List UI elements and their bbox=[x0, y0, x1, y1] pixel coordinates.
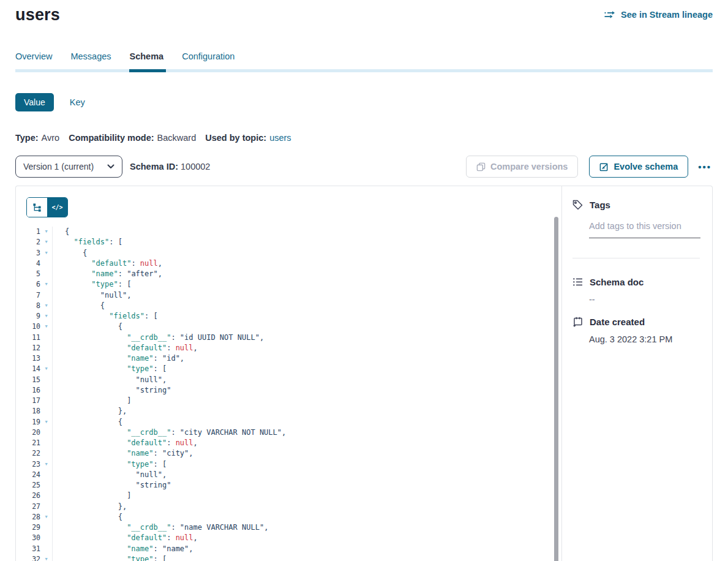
fold-toggle-icon[interactable]: ▼ bbox=[40, 512, 52, 522]
tab-schema[interactable]: Schema bbox=[130, 51, 164, 61]
line-number: 27 bbox=[16, 502, 40, 512]
code-text: "type": [ bbox=[52, 459, 552, 470]
fold-gutter bbox=[40, 480, 52, 491]
code-text: "__crdb__": "name VARCHAR NULL", bbox=[52, 522, 552, 533]
code-text: "name": "id", bbox=[52, 353, 552, 364]
code-line: 11"__crdb__": "id UUID NOT NULL", bbox=[16, 333, 552, 343]
line-number: 23 bbox=[16, 459, 40, 470]
compatibility-label: Compatibility mode: bbox=[69, 133, 154, 143]
code-line: 21"default": null, bbox=[16, 438, 552, 448]
evolve-schema-button[interactable]: Evolve schema bbox=[589, 156, 688, 178]
fold-gutter bbox=[40, 533, 52, 543]
tab-bar: Overview Messages Schema Configuration bbox=[15, 51, 713, 72]
code-text: "null", bbox=[52, 375, 552, 385]
line-number: 29 bbox=[16, 522, 40, 533]
code-line: 2▼"fields": [ bbox=[16, 237, 552, 247]
value-key-toggle: Value Key bbox=[15, 93, 713, 111]
schema-sidebar: Tags bbox=[561, 186, 712, 561]
code-line: 8▼{ bbox=[16, 301, 552, 311]
version-select[interactable]: Version 1 (current) bbox=[15, 156, 122, 178]
stream-lineage-link[interactable]: See in Stream lineage bbox=[604, 10, 713, 20]
code-line: 30"default": null, bbox=[16, 533, 552, 543]
code-editor[interactable]: 1▼{2▼"fields": [3▼{4"default": null,5"na… bbox=[16, 227, 552, 561]
code-line: 15"null", bbox=[16, 375, 552, 385]
code-text: "type": [ bbox=[52, 364, 552, 374]
code-text: "name": "after", bbox=[52, 269, 552, 279]
fold-gutter bbox=[40, 491, 52, 501]
code-text: "string" bbox=[52, 385, 552, 396]
code-line: 18}, bbox=[16, 406, 552, 416]
schema-meta: Type: Avro Compatibility mode: Backward … bbox=[15, 133, 713, 143]
code-text: "default": null, bbox=[52, 258, 552, 269]
fold-toggle-icon[interactable]: ▼ bbox=[40, 459, 52, 470]
line-number: 13 bbox=[16, 353, 40, 364]
more-options-button[interactable]: ••• bbox=[697, 159, 713, 175]
line-number: 12 bbox=[16, 343, 40, 353]
fold-toggle-icon[interactable]: ▼ bbox=[40, 248, 52, 258]
schema-id-label: Schema ID: bbox=[130, 162, 178, 171]
line-number: 20 bbox=[16, 427, 40, 438]
tab-underline bbox=[15, 69, 713, 72]
schema-panel: </> 1▼{2▼"fields": [3▼{4"default": null,… bbox=[15, 186, 713, 561]
tree-view-toggle[interactable] bbox=[27, 198, 47, 217]
compare-versions-button[interactable]: Compare versions bbox=[466, 156, 579, 178]
fold-toggle-icon[interactable]: ▼ bbox=[40, 322, 52, 332]
code-line: 16"string" bbox=[16, 385, 552, 396]
fold-gutter bbox=[40, 438, 52, 448]
code-text: "type": [ bbox=[52, 279, 552, 290]
code-line: 24"null", bbox=[16, 470, 552, 480]
fold-toggle-icon[interactable]: ▼ bbox=[40, 417, 52, 427]
code-line: 26] bbox=[16, 491, 552, 501]
fold-gutter bbox=[40, 353, 52, 364]
code-text: { bbox=[52, 417, 552, 427]
fold-toggle-icon[interactable]: ▼ bbox=[40, 554, 52, 561]
editor-view-toggle: </> bbox=[26, 197, 68, 217]
code-text: { bbox=[52, 248, 552, 258]
code-line: 1▼{ bbox=[16, 227, 552, 237]
code-text: "__crdb__": "id UUID NOT NULL", bbox=[52, 333, 552, 343]
version-bar: Version 1 (current) Schema ID: 100002 bbox=[15, 156, 713, 178]
type-label: Type: bbox=[15, 133, 39, 143]
sidebar-divider bbox=[572, 258, 700, 258]
tab-messages[interactable]: Messages bbox=[70, 51, 111, 61]
tab-configuration[interactable]: Configuration bbox=[182, 51, 235, 61]
compare-versions-icon bbox=[476, 162, 486, 171]
fold-gutter bbox=[40, 385, 52, 396]
schema-doc-title: Schema doc bbox=[590, 277, 644, 287]
tab-active-indicator bbox=[129, 69, 166, 72]
topic-link[interactable]: users bbox=[269, 133, 291, 143]
code-view-toggle[interactable]: </> bbox=[47, 198, 67, 217]
code-line: 19▼{ bbox=[16, 417, 552, 427]
fold-toggle-icon[interactable]: ▼ bbox=[40, 279, 52, 290]
fold-toggle-icon[interactable]: ▼ bbox=[40, 237, 52, 247]
fold-toggle-icon[interactable]: ▼ bbox=[40, 301, 52, 311]
key-toggle-button[interactable]: Key bbox=[70, 97, 85, 107]
line-number: 17 bbox=[16, 396, 40, 406]
code-text: "type": [ bbox=[52, 554, 552, 561]
date-created-title: Date created bbox=[590, 317, 645, 327]
code-text: "default": null, bbox=[52, 533, 552, 543]
value-toggle-button[interactable]: Value bbox=[15, 93, 54, 111]
code-text: "null", bbox=[52, 470, 552, 480]
tab-overview[interactable]: Overview bbox=[15, 51, 52, 61]
line-number: 9 bbox=[16, 311, 40, 322]
tag-icon bbox=[572, 200, 583, 210]
line-number: 14 bbox=[16, 364, 40, 374]
stream-lineage-icon bbox=[604, 10, 616, 19]
code-text: "default": null, bbox=[52, 438, 552, 448]
line-number: 16 bbox=[16, 385, 40, 396]
code-text: "string" bbox=[52, 480, 552, 491]
code-text: { bbox=[52, 512, 552, 522]
used-by-topic-label: Used by topic: bbox=[205, 133, 266, 143]
fold-gutter bbox=[40, 502, 52, 512]
code-text: "fields": [ bbox=[52, 311, 552, 322]
fold-toggle-icon[interactable]: ▼ bbox=[40, 364, 52, 374]
fold-toggle-icon[interactable]: ▼ bbox=[40, 227, 52, 237]
tags-input[interactable] bbox=[589, 221, 700, 238]
fold-toggle-icon[interactable]: ▼ bbox=[40, 311, 52, 322]
code-line: 28▼{ bbox=[16, 512, 552, 522]
fold-gutter bbox=[40, 258, 52, 269]
line-number: 32 bbox=[16, 554, 40, 561]
editor-scrollbar[interactable] bbox=[554, 217, 558, 561]
fold-gutter bbox=[40, 333, 52, 343]
